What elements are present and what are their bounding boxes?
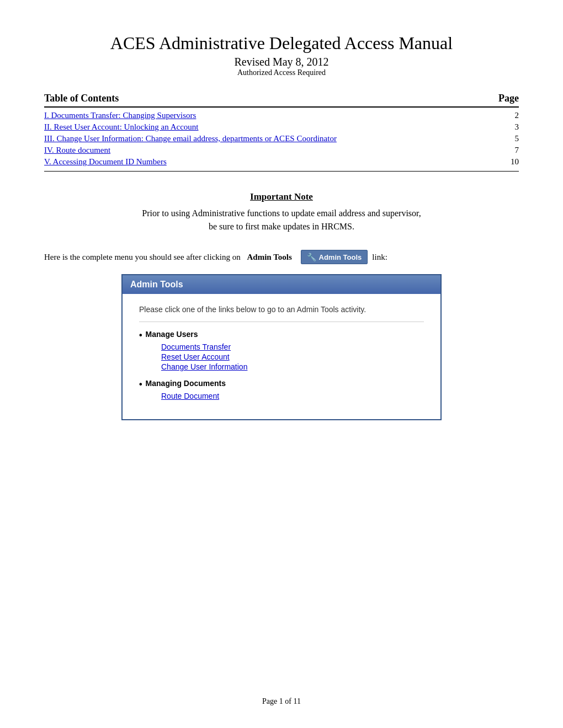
important-note-line2: be sure to first make updates in HRCMS. <box>209 222 354 231</box>
admin-panel-list: • Manage Users Documents Transfer Reset … <box>139 330 424 400</box>
admin-tools-section: Here is the complete menu you should see… <box>44 250 519 420</box>
page-footer: Page 1 of 11 <box>0 697 563 706</box>
toc-item-2: II. Reset User Account: Unlocking an Acc… <box>44 122 519 132</box>
admin-tools-button-label: Admin Tools <box>319 253 362 261</box>
admin-panel-category-manage-users: • Manage Users Documents Transfer Reset … <box>139 330 424 371</box>
toc-page-3: 5 <box>502 134 519 143</box>
admin-tools-inline-text: Here is the complete menu you should see… <box>44 250 519 264</box>
manage-users-label: Manage Users <box>146 330 198 339</box>
toc-page-2: 3 <box>502 122 519 132</box>
bold-admin-tools: Admin Tools <box>247 253 291 262</box>
toc-page-5: 10 <box>502 157 519 167</box>
link-documents-transfer[interactable]: Documents Transfer <box>161 342 424 351</box>
admin-panel-header-text: Admin Tools <box>130 280 183 289</box>
title-section: ACES Administrative Delegated Access Man… <box>44 33 519 77</box>
toc-item-4: IV. Route document 7 <box>44 146 519 155</box>
toc-link-1[interactable]: I. Documents Transfer: Changing Supervis… <box>44 111 196 120</box>
admin-panel-header: Admin Tools <box>123 275 440 294</box>
link-route-document[interactable]: Route Document <box>161 392 424 400</box>
managing-docs-label: Managing Documents <box>146 379 226 388</box>
important-note-section: Important Note Prior to using Administra… <box>44 191 519 233</box>
link-reset-user-account[interactable]: Reset User Account <box>161 352 424 361</box>
toc-link-2[interactable]: II. Reset User Account: Unlocking an Acc… <box>44 122 199 131</box>
link-change-user-information[interactable]: Change User Information <box>161 362 424 371</box>
important-note-text: Prior to using Administrative functions … <box>44 207 519 233</box>
important-note-line1: Prior to using Administrative functions … <box>142 208 421 218</box>
admin-tools-icon: 🔧 <box>307 253 316 261</box>
before-text: Here is the complete menu you should see… <box>44 253 241 262</box>
bullet-icon-1: • <box>139 330 142 340</box>
toc-item-3: III. Change User Information: Change ema… <box>44 134 519 143</box>
managing-docs-links: Route Document <box>161 392 424 400</box>
toc-item-5: V. Accessing Document ID Numbers 10 <box>44 157 519 167</box>
toc-link-5[interactable]: V. Accessing Document ID Numbers <box>44 157 167 166</box>
admin-panel-category-managing-docs: • Managing Documents Route Document <box>139 379 424 400</box>
manage-users-links: Documents Transfer Reset User Account Ch… <box>161 342 424 371</box>
admin-panel-body: Please click one of the links below to g… <box>123 294 440 419</box>
admin-panel: Admin Tools Please click one of the link… <box>121 274 442 420</box>
admin-tools-button[interactable]: 🔧 Admin Tools <box>301 250 368 264</box>
table-of-contents: Table of Contents Page I. Documents Tran… <box>44 93 519 172</box>
toc-page-4: 7 <box>502 146 519 155</box>
after-text: link: <box>372 253 387 262</box>
important-note-title: Important Note <box>44 191 519 202</box>
main-title: ACES Administrative Delegated Access Man… <box>44 33 519 53</box>
toc-item-1: I. Documents Transfer: Changing Supervis… <box>44 111 519 120</box>
toc-page-header: Page <box>498 93 519 104</box>
subtitle: Revised May 8, 2012 <box>44 56 519 68</box>
toc-link-4[interactable]: IV. Route document <box>44 146 110 154</box>
manage-users-title: • Manage Users <box>139 330 424 340</box>
managing-docs-title: • Managing Documents <box>139 379 424 389</box>
toc-link-3[interactable]: III. Change User Information: Change ema… <box>44 134 337 143</box>
admin-panel-description: Please click one of the links below to g… <box>139 305 424 322</box>
authorized-text: Authorized Access Required <box>44 68 519 77</box>
toc-title: Table of Contents <box>44 93 119 104</box>
toc-page-1: 2 <box>502 111 519 120</box>
bullet-icon-2: • <box>139 379 142 389</box>
footer-text: Page 1 of 11 <box>262 697 301 705</box>
